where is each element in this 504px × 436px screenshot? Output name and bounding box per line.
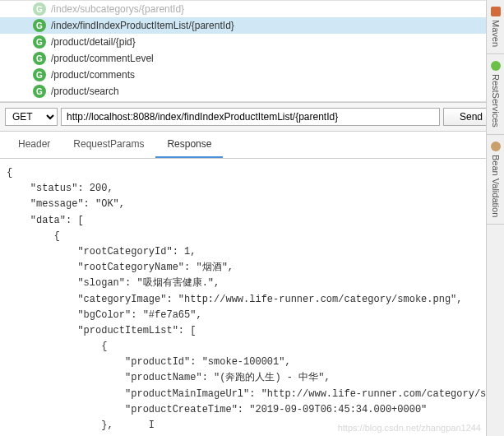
endpoint-item[interactable]: G /index/subcategorys/{parentId} (0, 2, 504, 17)
endpoint-item-selected[interactable]: G /index/findIndexProductItemList/{paren… (0, 17, 504, 34)
endpoint-list: G /index/subcategorys/{parentId} G /inde… (0, 0, 504, 102)
endpoint-item[interactable]: G /product/search (0, 83, 504, 100)
method-badge: G (33, 19, 46, 32)
endpoint-item[interactable]: G /product/comments (0, 67, 504, 83)
endpoint-path: /product/detail/{pid} (51, 36, 136, 48)
tab-bar: Header RequestParams Response (0, 132, 504, 159)
maven-icon (491, 7, 501, 16)
tab-response[interactable]: Response (155, 132, 223, 158)
request-bar: GET Send (0, 102, 504, 132)
side-tab-label: RestServices (491, 74, 501, 128)
side-tab-beanvalidation[interactable]: Bean Validation (487, 135, 504, 225)
side-tab-label: Bean Validation (491, 155, 501, 217)
http-method-select[interactable]: GET (5, 108, 58, 126)
side-tab-label: Maven (491, 20, 501, 47)
tab-header[interactable]: Header (7, 132, 62, 158)
tab-requestparams[interactable]: RequestParams (62, 132, 155, 158)
response-body[interactable]: { "status": 200, "message": "OK", "data"… (0, 159, 504, 436)
endpoint-item[interactable]: G /product/commentLevel (0, 50, 504, 67)
endpoint-path: /product/search (51, 86, 119, 97)
side-tab-bar: Maven RestServices Bean Validation (486, 0, 504, 436)
endpoint-item[interactable]: G /product/detail/{pid} (0, 34, 504, 50)
method-badge: G (33, 85, 46, 98)
endpoint-path: /index/subcategorys/{parentId} (51, 3, 184, 15)
method-badge: G (33, 52, 46, 65)
endpoint-path: /product/commentLevel (51, 53, 154, 64)
side-tab-maven[interactable]: Maven (487, 0, 504, 54)
method-badge: G (33, 35, 46, 49)
bean-icon (491, 141, 501, 151)
method-badge: G (33, 68, 46, 81)
url-input[interactable] (61, 108, 440, 126)
endpoint-path: /product/comments (51, 69, 135, 81)
method-badge: G (33, 2, 46, 16)
rest-icon (491, 61, 501, 71)
endpoint-path: /index/findIndexProductItemList/{parentI… (51, 20, 234, 31)
side-tab-restservices[interactable]: RestServices (487, 54, 504, 135)
